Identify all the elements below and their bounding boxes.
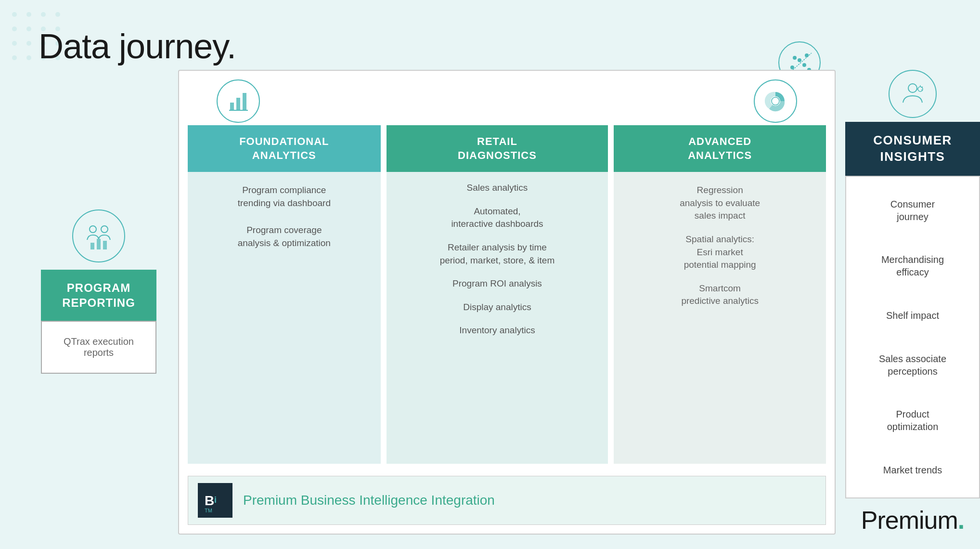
svg-point-12 — [12, 55, 17, 60]
foundational-item-2: Program coverageanalysis & optimization — [197, 224, 371, 249]
premium-logo: Premium. — [845, 506, 980, 535]
retail-header: RETAILDIAGNOSTICS — [387, 125, 608, 172]
right-panel: CONSUMERINSIGHTS Consumerjourney Merchan… — [845, 70, 980, 535]
svg-rect-18 — [90, 243, 94, 249]
svg-point-39 — [908, 84, 917, 92]
qtrax-label: QTrax executionreports — [64, 336, 134, 358]
insight-shelf-impact: Shelf impact — [856, 304, 969, 327]
svg-point-17 — [101, 226, 108, 233]
svg-rect-20 — [103, 241, 107, 249]
retail-icon — [754, 79, 797, 123]
main-content: PROGRAM REPORTING QTrax executionreports — [29, 70, 980, 535]
program-reporting-icon — [72, 209, 125, 262]
consumer-insights-header: CONSUMERINSIGHTS — [845, 122, 980, 176]
insight-merchandising-efficacy: Merchandisingefficacy — [856, 248, 969, 283]
retail-item-dashboards: Automated,interactive dashboards — [396, 205, 599, 231]
svg-point-13 — [26, 55, 31, 60]
svg-point-8 — [12, 41, 17, 46]
retail-item-inventory: Inventory analytics — [396, 324, 599, 337]
svg-point-34 — [771, 96, 780, 106]
insight-market-trends: Market trends — [856, 459, 969, 481]
svg-rect-19 — [97, 239, 101, 249]
foundational-header: FOUNDATIONALANALYTICS — [188, 125, 381, 172]
foundational-item-1: Program compliancetrending via dashboard — [197, 184, 371, 209]
retail-column: RETAILDIAGNOSTICS Sales analytics Automa… — [387, 125, 608, 464]
premium-text: Premium — [861, 506, 958, 534]
program-reporting-header: PROGRAM REPORTING — [41, 270, 156, 321]
svg-point-1 — [26, 12, 31, 17]
svg-text:i: i — [214, 495, 217, 505]
advanced-item-smartcom: Smartcompredictive analytics — [623, 282, 816, 308]
svg-text:TM: TM — [205, 508, 212, 513]
retail-item-roi: Program ROI analysis — [396, 277, 599, 290]
advanced-column: ADVANCEDANALYTICS Regressionanalysis to … — [614, 125, 826, 464]
bdi-logo-icon: B i TM — [201, 486, 230, 515]
diagram-area: FOUNDATIONALANALYTICS Program compliance… — [178, 70, 836, 535]
insight-product-optimization: Productoptimization — [856, 403, 969, 438]
svg-point-4 — [12, 26, 17, 31]
page-title: Data journey. — [39, 26, 236, 66]
columns-row: FOUNDATIONALANALYTICS Program compliance… — [188, 125, 826, 464]
consumer-person-icon — [898, 79, 927, 108]
svg-point-16 — [90, 226, 96, 233]
premium-dot: . — [958, 506, 964, 534]
bar-chart-icon — [225, 88, 252, 115]
svg-rect-31 — [236, 98, 240, 110]
svg-point-25 — [793, 56, 797, 60]
consumer-icon-circle — [889, 70, 937, 118]
pie-chart-icon — [762, 88, 789, 115]
bdi-integration-label: Premium Business Intelligence Integratio… — [243, 493, 495, 508]
foundational-body: Program compliancetrending via dashboard… — [188, 172, 381, 464]
insight-sales-associate: Sales associateperceptions — [856, 348, 969, 382]
advanced-item-spatial: Spatial analytics:Esri marketpotential m… — [623, 233, 816, 272]
retail-item-sales: Sales analytics — [396, 182, 599, 195]
svg-rect-30 — [230, 103, 234, 110]
retail-body: Sales analytics Automated,interactive da… — [387, 172, 608, 464]
bottom-bar: B i TM Premium Business Intelligence Int… — [188, 476, 826, 525]
consumer-icon-area — [845, 70, 980, 118]
svg-point-2 — [41, 12, 46, 17]
svg-point-5 — [26, 26, 31, 31]
left-panel: PROGRAM REPORTING QTrax executionreports — [29, 70, 168, 535]
insight-consumer-journey: Consumerjourney — [856, 193, 969, 228]
svg-point-26 — [805, 53, 809, 57]
top-icons-row — [188, 79, 826, 123]
consumer-insights-body: Consumerjourney Merchandisingefficacy Sh… — [845, 176, 980, 498]
bdi-logo: B i TM — [198, 483, 232, 518]
advanced-item-regression: Regressionanalysis to evaluatesales impa… — [623, 184, 816, 222]
svg-rect-32 — [243, 93, 246, 110]
retail-item-display: Display analytics — [396, 301, 599, 314]
people-chart-icon — [83, 221, 115, 252]
svg-point-23 — [798, 58, 801, 62]
svg-point-9 — [26, 41, 31, 46]
retail-item-retailer: Retailer analysis by timeperiod, market,… — [396, 241, 599, 267]
qtrax-box: QTrax executionreports — [41, 321, 156, 374]
svg-point-24 — [802, 63, 806, 67]
svg-text:B: B — [205, 493, 214, 508]
svg-point-0 — [12, 12, 17, 17]
diagram-border: FOUNDATIONALANALYTICS Program compliance… — [178, 70, 836, 535]
page: Data journey. PROGRAM REPORTING QTra — [0, 0, 980, 549]
foundational-column: FOUNDATIONALANALYTICS Program compliance… — [188, 125, 381, 464]
svg-point-3 — [55, 12, 60, 17]
foundational-icon — [217, 79, 260, 123]
advanced-header: ADVANCEDANALYTICS — [614, 125, 826, 172]
advanced-body: Regressionanalysis to evaluatesales impa… — [614, 172, 826, 464]
